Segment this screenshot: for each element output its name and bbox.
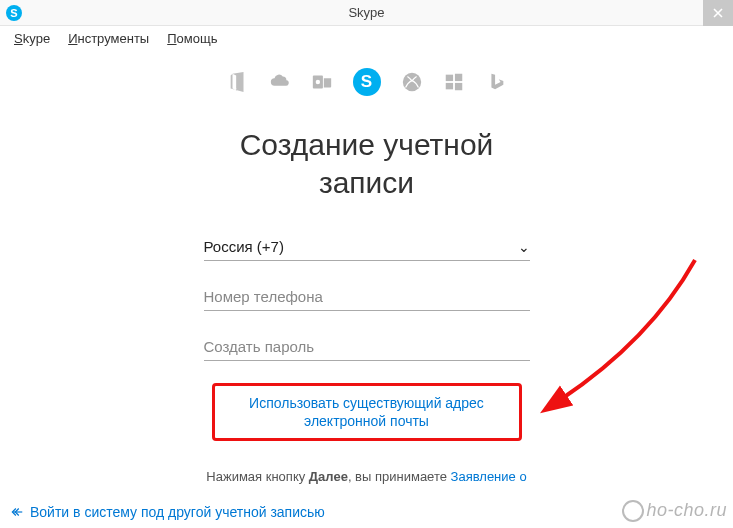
close-icon xyxy=(713,8,723,18)
password-input[interactable] xyxy=(204,338,530,355)
terms-link[interactable]: Заявление о xyxy=(451,469,527,484)
terms-text: Нажимая кнопку Далее, вы принимаете Заяв… xyxy=(0,469,733,484)
page-title: Создание учетной записи xyxy=(0,126,733,201)
switch-account-link[interactable]: Войти в систему под другой учетной запис… xyxy=(10,504,325,520)
terms-next: Далее xyxy=(309,469,348,484)
signup-form: Россия (+7) ⌄ Использовать существующий … xyxy=(204,233,530,441)
outlook-icon xyxy=(311,71,333,93)
office-icon xyxy=(227,71,249,93)
content: S Создание учетной записи Россия (+7) ⌄ … xyxy=(0,50,733,484)
close-button[interactable] xyxy=(703,0,733,26)
phone-field-row xyxy=(204,283,530,311)
svg-rect-6 xyxy=(454,83,461,90)
switch-account-label: Войти в систему под другой учетной запис… xyxy=(30,504,325,520)
watermark: ho-cho.ru xyxy=(622,500,727,522)
window-title: Skype xyxy=(348,5,384,20)
chevron-down-icon: ⌄ xyxy=(518,239,530,255)
use-email-line1: Использовать существующий адрес xyxy=(225,394,509,412)
use-email-link[interactable]: Использовать существующий адрес электрон… xyxy=(225,394,509,430)
svg-rect-4 xyxy=(454,74,461,81)
svg-rect-3 xyxy=(445,75,452,81)
titlebar: S Skype xyxy=(0,0,733,26)
heading-line2: записи xyxy=(0,164,733,202)
use-email-box: Использовать существующий адрес электрон… xyxy=(212,383,522,441)
svg-point-1 xyxy=(315,80,319,84)
use-email-line2: электронной почты xyxy=(225,412,509,430)
menubar: Skype Инструменты Помощь xyxy=(0,26,733,50)
country-value: Россия (+7) xyxy=(204,238,518,255)
bing-icon xyxy=(485,71,507,93)
heading-line1: Создание учетной xyxy=(0,126,733,164)
terms-prefix: Нажимая кнопку xyxy=(206,469,308,484)
svg-rect-5 xyxy=(445,83,452,89)
country-select[interactable]: Россия (+7) ⌄ xyxy=(204,233,530,261)
onedrive-icon xyxy=(269,71,291,93)
menu-tools[interactable]: Инструменты xyxy=(62,29,155,48)
service-icons-row: S xyxy=(0,68,733,96)
menu-skype[interactable]: Skype xyxy=(8,29,56,48)
skype-service-icon: S xyxy=(353,68,381,96)
windows-icon xyxy=(443,71,465,93)
xbox-icon xyxy=(401,71,423,93)
watermark-icon xyxy=(622,500,644,522)
password-field-row xyxy=(204,333,530,361)
phone-input[interactable] xyxy=(204,288,530,305)
menu-help[interactable]: Помощь xyxy=(161,29,223,48)
terms-middle: , вы принимаете xyxy=(348,469,451,484)
skype-icon: S xyxy=(6,5,22,21)
arrow-left-icon xyxy=(10,505,24,519)
watermark-text: ho-cho.ru xyxy=(646,500,727,520)
